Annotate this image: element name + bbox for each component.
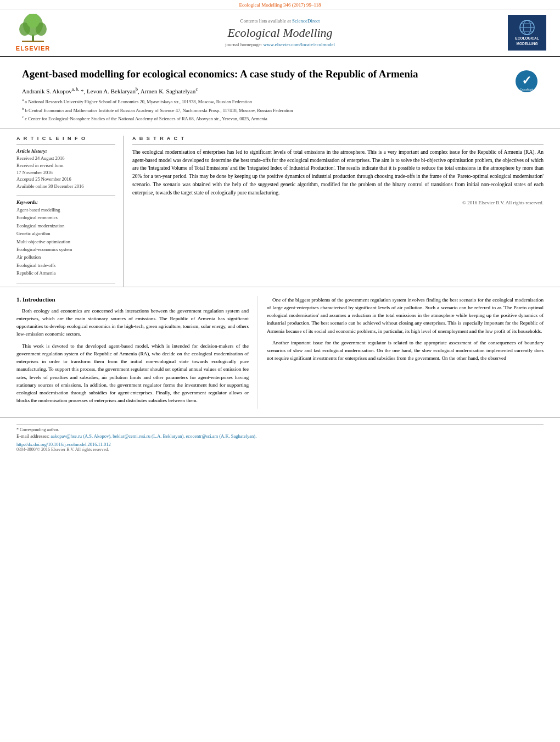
article-authors: Andranik S. Akopova, b, *, Levon A. Bekl… [22, 87, 509, 94]
keyword-4: Genetic algorithm [16, 230, 115, 237]
sciencedirect-link[interactable]: ScienceDirect [292, 18, 320, 24]
keyword-9: Republic of Armenia [16, 269, 115, 277]
intro-para-1: Both ecology and economics are concerned… [16, 307, 249, 338]
intro-para-4: Another important issue for the governme… [267, 339, 544, 362]
journal-header: ELSEVIER Contents lists available at Sci… [0, 9, 560, 57]
eco-modelling-logo: ECOLOGICALMODELLING [505, 15, 549, 51]
svg-text:✓: ✓ [522, 74, 531, 87]
intro-para-3: One of the biggest problems of the gover… [267, 296, 544, 335]
body-right-column: One of the biggest problems of the gover… [258, 296, 544, 409]
svg-rect-5 [22, 41, 44, 42]
available-date: Available online 30 December 2016 [16, 183, 115, 190]
article-info-label: A R T I C L E I N F O [16, 136, 115, 141]
keyword-1: Agent-based modelling [16, 206, 115, 214]
crossmark-container: ✓ CrossMark [515, 67, 538, 94]
homepage-line: journal homepage: www.elsevier.com/locat… [60, 42, 500, 47]
affiliation-a: a a National Research University Higher … [22, 97, 509, 105]
keyword-2: Ecological economics [16, 214, 115, 221]
eco-globe-icon [516, 19, 538, 36]
keyword-7: Air pollution [16, 253, 115, 261]
keyword-8: Ecological trade-offs [16, 261, 115, 269]
accepted-date: Accepted 25 November 2016 [16, 176, 115, 183]
history-label: Article history: [16, 148, 115, 154]
keyword-3: Ecological modernization [16, 222, 115, 230]
article-info-abstract-section: A R T I C L E I N F O Article history: R… [0, 129, 560, 287]
main-body: 1. Introduction Both ecology and economi… [0, 287, 560, 409]
keyword-5: Multi-objective optimization [16, 238, 115, 246]
contents-line: Contents lists available at ScienceDirec… [60, 18, 500, 24]
intro-heading: 1. Introduction [16, 296, 249, 303]
eco-logo-text: ECOLOGICALMODELLING [515, 36, 539, 46]
abstract-column: A B S T R A C T The ecological modernisa… [124, 136, 544, 287]
received-1: Received 24 August 2016 [16, 155, 115, 162]
affiliations: a a National Research University Higher … [22, 97, 509, 122]
svg-text:CrossMark: CrossMark [520, 88, 534, 91]
abstract-text: The ecological modernisation of enterpri… [132, 148, 544, 197]
doi-link[interactable]: http://dx.doi.org/10.1016/j.ecolmodel.20… [16, 442, 111, 447]
journal-center: Contents lists available at ScienceDirec… [60, 18, 500, 47]
homepage-link[interactable]: www.elsevier.com/locate/ecolmodel [264, 42, 335, 47]
keyword-6: Ecological-economics system [16, 246, 115, 253]
article-title-section: Agent-based modelling for ecological eco… [0, 57, 560, 129]
journal-top-bar: Ecological Modelling 346 (2017) 99–118 [0, 0, 560, 9]
eco-logo-box: ECOLOGICALMODELLING [508, 15, 546, 51]
keywords-block: Keywords: Agent-based modelling Ecologic… [16, 199, 115, 277]
affiliation-b: b b Central Economics and Mathematics In… [22, 106, 509, 114]
revised-date: 17 November 2016 [16, 169, 115, 176]
article-title-text: Agent-based modelling for ecological eco… [22, 67, 509, 123]
email-footnote: E-mail addresses: aakopav@hse.ru (A.S. A… [16, 433, 544, 439]
crossmark-icon: ✓ CrossMark [515, 70, 538, 93]
intro-text: Both ecology and economics are concerned… [16, 307, 249, 405]
journal-volume-info: Ecological Modelling 346 (2017) 99–118 [239, 2, 321, 8]
keywords-list: Agent-based modelling Ecological economi… [16, 206, 115, 277]
corresponding-author-note: * Corresponding author. [16, 425, 544, 432]
article-info-column: A R T I C L E I N F O Article history: R… [16, 136, 124, 287]
body-left-column: 1. Introduction Both ecology and economi… [16, 296, 258, 409]
page-footer: * Corresponding author. E-mail addresses… [0, 417, 560, 456]
article-main-title: Agent-based modelling for ecological eco… [22, 67, 509, 81]
abstract-paragraph: The ecological modernisation of enterpri… [132, 148, 544, 197]
article-history-block: Article history: Received 24 August 2016… [16, 148, 115, 190]
doi-line: http://dx.doi.org/10.1016/j.ecolmodel.20… [16, 441, 544, 447]
keywords-label: Keywords: [16, 199, 115, 205]
elsevier-logo: ELSEVIER [11, 14, 55, 52]
journal-title: Ecological Modelling [60, 26, 500, 40]
received-revised: Received in revised form [16, 162, 115, 169]
abstract-label: A B S T R A C T [132, 136, 544, 141]
copyright-line: © 2016 Elsevier B.V. All rights reserved… [132, 200, 544, 205]
issn-line: 0304-3800/© 2016 Elsevier B.V. All right… [16, 447, 544, 452]
intro-para-2: This work is devoted to the developed ag… [16, 342, 249, 405]
email-links[interactable]: aakopav@hse.ru (A.S. Akopov), beklar@cem… [51, 433, 256, 439]
affiliation-c: c c Center for Ecological-Noosphere Stud… [22, 114, 509, 122]
elsevier-label: ELSEVIER [16, 45, 50, 52]
elsevier-tree-icon [14, 14, 52, 44]
intro-right-text: One of the biggest problems of the gover… [267, 296, 544, 362]
